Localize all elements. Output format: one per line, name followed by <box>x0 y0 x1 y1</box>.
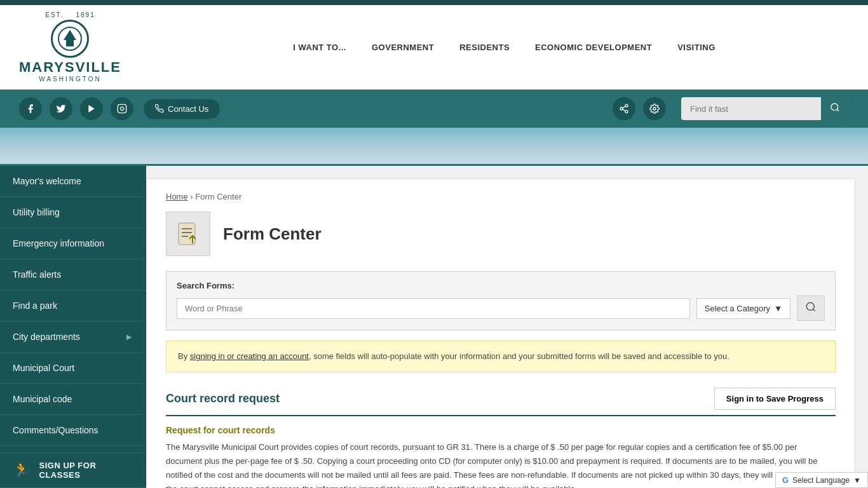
svg-line-9 <box>623 106 626 108</box>
sign-up-for-classes-button[interactable]: 🏃 SIGN UP FOR CLASSES <box>0 452 146 487</box>
sidebar-item-utility-billing[interactable]: Utility billing <box>0 197 146 228</box>
sidebar-item-label: Mayor's welcome <box>13 176 81 186</box>
svg-marker-2 <box>88 105 94 112</box>
est-text: EST. <box>45 11 64 18</box>
breadcrumb: Home › Form Center <box>166 192 836 201</box>
svg-point-18 <box>806 302 814 310</box>
nav-economic-development[interactable]: ECONOMIC DEVELOPMENT <box>535 43 652 52</box>
instagram-icon[interactable] <box>111 97 133 120</box>
sidebar-item-comments-questions[interactable]: Comments/Questions <box>0 415 146 446</box>
sidebar-item-emergency-information[interactable]: Emergency information <box>0 228 146 259</box>
youtube-icon[interactable] <box>80 97 103 120</box>
svg-line-19 <box>813 309 815 311</box>
svg-point-11 <box>831 104 838 111</box>
search-forms-row: Select a Category ▼ <box>177 295 825 321</box>
logo-city[interactable]: MARYSVILLE <box>19 59 121 76</box>
search-forms-submit-button[interactable] <box>797 295 825 321</box>
sidebar-item-label: City departments <box>13 332 80 342</box>
facebook-icon[interactable] <box>19 97 42 120</box>
sidebar: Mayor's welcome Utility billing Emergenc… <box>0 166 146 488</box>
logo-area: EST. 1891 MARYSVILLE WASHINGTON <box>19 11 121 83</box>
page-title: Form Center <box>223 224 322 244</box>
sidebar-item-traffic-alerts[interactable]: Traffic alerts <box>0 259 146 290</box>
search-bar <box>681 97 849 120</box>
chevron-right-icon: ► <box>125 332 133 342</box>
sidebar-item-label: Comments/Questions <box>13 425 98 435</box>
court-records-body: The Marysville Municipal Court provides … <box>166 440 836 489</box>
svg-line-8 <box>623 109 626 111</box>
info-prefix: By <box>178 351 190 361</box>
chevron-down-icon: ▼ <box>774 304 782 313</box>
content-area: Mayor's welcome Utility billing Emergenc… <box>0 166 868 488</box>
sidebar-item-find-a-park[interactable]: Find a park <box>0 290 146 322</box>
sidebar-item-label: Municipal Court <box>13 363 74 373</box>
top-accent-bar <box>0 0 868 5</box>
year-text: 1891 <box>76 11 95 18</box>
sidebar-item-label: Utility billing <box>13 207 60 217</box>
sidebar-item-label: Municipal code <box>13 394 72 404</box>
site-header: EST. 1891 MARYSVILLE WASHINGTON I WANT T… <box>0 5 868 90</box>
sidebar-item-city-departments[interactable]: City departments ► <box>0 322 146 353</box>
logo-circle[interactable] <box>51 20 89 58</box>
share-button[interactable] <box>613 97 635 120</box>
sign-in-link[interactable]: signing in or creating an account <box>190 351 309 361</box>
svg-point-10 <box>653 107 656 110</box>
nav-visiting[interactable]: VISITING <box>677 43 715 52</box>
main-navigation: I WANT TO... GOVERNMENT RESIDENTS ECONOM… <box>159 43 849 52</box>
translate-label: Select Language <box>792 476 850 485</box>
breadcrumb-separator: › <box>190 192 193 201</box>
hero-banner <box>0 128 868 166</box>
sidebar-item-label: Find a park <box>13 301 57 311</box>
contact-us-button[interactable]: Contact Us <box>144 99 220 119</box>
svg-rect-3 <box>118 104 126 112</box>
nav-i-want-to[interactable]: I WANT TO... <box>293 43 346 52</box>
court-section-header: Court record request Sign in to Save Pro… <box>166 388 836 416</box>
google-logo: G <box>782 475 789 485</box>
sign-up-label: SIGN UP FOR CLASSES <box>39 461 134 480</box>
svg-line-12 <box>837 109 839 111</box>
running-person-icon: 🏃 <box>13 462 31 478</box>
logo-est: EST. 1891 <box>45 11 95 18</box>
translate-bar: G Select Language ▼ <box>775 472 868 488</box>
breadcrumb-current: Form Center <box>195 192 241 201</box>
breadcrumb-home[interactable]: Home <box>166 192 188 201</box>
search-forms-box: Search Forms: Select a Category ▼ <box>166 271 836 330</box>
search-submit-button[interactable] <box>821 97 849 120</box>
nav-residents[interactable]: RESIDENTS <box>459 43 510 52</box>
logo-state: WASHINGTON <box>39 76 101 83</box>
translate-arrow-icon: ▼ <box>853 476 861 485</box>
search-input[interactable] <box>681 97 821 120</box>
category-select-dropdown[interactable]: Select a Category ▼ <box>696 298 790 319</box>
category-select-label: Select a Category <box>705 304 770 313</box>
info-box: By signing in or creating an account, so… <box>166 341 836 372</box>
search-forms-label: Search Forms: <box>177 281 825 290</box>
nav-government[interactable]: GOVERNMENT <box>372 43 434 52</box>
sidebar-item-label: Emergency information <box>13 238 104 248</box>
sidebar-item-municipal-court[interactable]: Municipal Court <box>0 353 146 384</box>
settings-button[interactable] <box>643 97 666 120</box>
svg-point-6 <box>620 107 623 110</box>
sidebar-item-label: Traffic alerts <box>13 269 61 280</box>
court-section-title: Court record request <box>166 392 280 405</box>
main-content: Home › Form Center Form Center Search Fo… <box>146 179 855 488</box>
twitter-icon[interactable] <box>50 97 72 120</box>
form-center-icon <box>166 212 210 256</box>
info-message: , some fields will auto-populate with yo… <box>309 351 729 361</box>
svg-point-5 <box>625 104 628 107</box>
page-header: Form Center <box>166 212 836 256</box>
sidebar-item-municipal-code[interactable]: Municipal code <box>0 384 146 415</box>
sign-in-save-progress-button[interactable]: Sign in to Save Progress <box>714 388 836 410</box>
search-forms-input[interactable] <box>177 298 690 319</box>
contact-us-label: Contact Us <box>168 104 208 114</box>
svg-point-7 <box>625 111 628 113</box>
secondary-bar: Contact Us <box>0 90 868 128</box>
svg-marker-1 <box>64 30 76 46</box>
sidebar-item-mayors-welcome[interactable]: Mayor's welcome <box>0 166 146 197</box>
request-for-court-records-title: Request for court records <box>166 425 836 435</box>
